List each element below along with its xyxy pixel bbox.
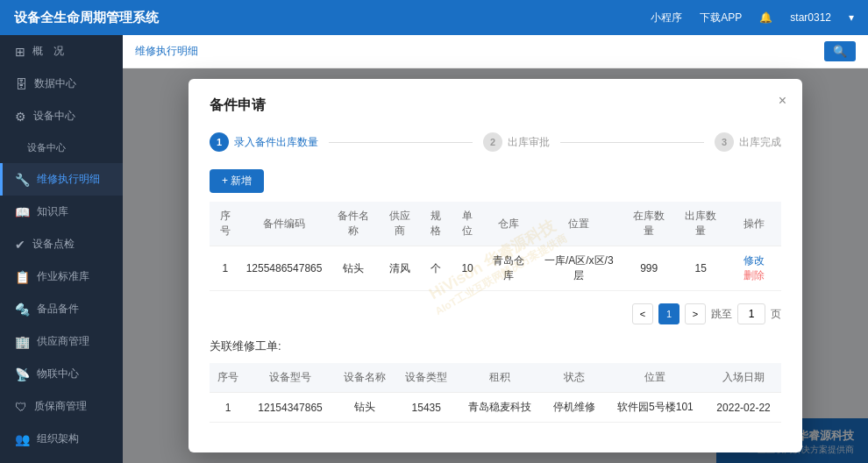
supplier-icon: 🏢 (15, 335, 30, 349)
cell-code: 1255486547865 (241, 246, 328, 291)
cell-supplier: 清风 (379, 246, 420, 291)
topbar: 维修执行明细 🔍 (123, 35, 868, 68)
rcol-devname: 设备名称 (334, 363, 395, 393)
sidebar-label-equipment: 设备中心 (33, 109, 75, 124)
sidebar-item-settings[interactable]: ⚙ 系统设置 (0, 455, 123, 463)
sidebar-label-warranty: 质保商管理 (34, 399, 87, 414)
cell-seq: 1 (210, 246, 241, 291)
col-supplier: 供应商 (379, 202, 420, 246)
warranty-icon: 🛡 (15, 400, 27, 414)
delete-button[interactable]: 删除 (743, 268, 765, 283)
related-table: 序号 设备型号 设备名称 设备类型 租积 状态 位置 入场日期 (210, 363, 781, 423)
cell-unit: 10 (452, 246, 483, 291)
step-line-2-3 (560, 142, 704, 143)
sidebar-item-equip-sub[interactable]: 设备中心 (0, 132, 123, 163)
sidebar-label-iot: 物联中心 (37, 367, 79, 381)
main-content: 维修执行明细 🔍 HiVison 华睿源科技 AIoT工业互联网解决方案提供商 … (123, 35, 868, 463)
page-go-label: 跳至 (711, 307, 732, 322)
step-line-1-2 (329, 142, 473, 143)
sidebar-item-spares[interactable]: 🔩 备品备件 (0, 293, 123, 325)
bell-icon[interactable]: 🔔 (759, 11, 772, 24)
step-1: 1 录入备件出库数量 (210, 132, 318, 152)
cell-location: 一库/A区/x区/3层 (535, 246, 623, 291)
sidebar-item-warranty[interactable]: 🛡 质保商管理 (0, 390, 123, 423)
rcell-model: 12154347865 (246, 393, 334, 423)
col-out-qty: 出库数量 (675, 202, 727, 246)
rcell-status: 停机维修 (544, 393, 605, 423)
rcol-status: 状态 (544, 363, 605, 393)
col-actions: 操作 (727, 202, 781, 246)
sidebar-item-datacenter[interactable]: 🗄 数据中心 (0, 68, 123, 100)
sidebar-item-inspection[interactable]: ✔ 设备点检 (0, 228, 123, 260)
rcol-location: 位置 (605, 363, 706, 393)
rcol-model: 设备型号 (246, 363, 334, 393)
cell-spec: 个 (421, 246, 452, 291)
step-circle-2: 2 (483, 132, 502, 152)
header-right: 小程序 下载APP 🔔 star0312 ▾ (651, 11, 854, 25)
app-title: 设备全生命周期管理系统 (14, 10, 159, 26)
user-name[interactable]: star0312 (790, 11, 831, 24)
sidebar-item-overview[interactable]: ⊞ 概 况 (0, 35, 123, 68)
sidebar-item-equipment[interactable]: ⚙ 设备中心 (0, 100, 123, 132)
cell-stock: 999 (623, 246, 675, 291)
col-unit: 单位 (452, 202, 483, 246)
step-3: 3 出库完成 (715, 132, 781, 152)
steps-container: 1 录入备件出库数量 2 出库审批 (210, 132, 781, 152)
sidebar-label-equip-sub: 设备中心 (27, 141, 66, 154)
inspection-icon: ✔ (15, 238, 25, 252)
table-row: 1 1255486547865 钻头 清风 个 10 青岛仓库 一库/A区/x区… (210, 246, 781, 291)
step-label-2: 出库审批 (508, 135, 550, 150)
modal-overlay: HiVison 华睿源科技 AIoT工业互联网解决方案提供商 备件申请 × 1 … (123, 68, 868, 463)
page-1-button[interactable]: 1 (658, 303, 679, 324)
layout: ⊞ 概 况 🗄 数据中心 ⚙ 设备中心 设备中心 🔧 维修执行明细 📖 知识库 … (0, 35, 868, 463)
edit-button[interactable]: 修改 (743, 253, 765, 268)
col-location: 位置 (535, 202, 623, 246)
download-app-link[interactable]: 下载APP (700, 11, 742, 25)
rcol-date: 入场日期 (706, 363, 781, 393)
col-spec: 规格 (421, 202, 452, 246)
col-warehouse: 仓库 (483, 202, 535, 246)
sidebar-item-iot[interactable]: 📡 物联中心 (0, 358, 123, 390)
add-item-button[interactable]: + 新增 (210, 169, 264, 193)
col-name: 备件名称 (327, 202, 379, 246)
sidebar-label-overview: 概 况 (32, 44, 64, 59)
sidebar-item-standards[interactable]: 📋 作业标准库 (0, 260, 123, 293)
step-2: 2 出库审批 (483, 132, 550, 152)
page-unit-label: 页 (771, 307, 781, 322)
cell-name: 钻头 (327, 246, 379, 291)
sidebar-label-datacenter: 数据中心 (34, 76, 76, 91)
rcell-rental: 青岛稳麦科技 (457, 393, 543, 423)
sidebar-label-spares: 备品备件 (37, 302, 79, 317)
col-stock: 在库数量 (623, 202, 675, 246)
sidebar-label-inspection: 设备点检 (32, 237, 75, 252)
page-jump-input[interactable] (737, 303, 765, 324)
sidebar-label-org: 组织架构 (37, 431, 79, 446)
datacenter-icon: 🗄 (15, 77, 27, 91)
related-section-label: 关联维修工单: (210, 338, 781, 354)
standards-icon: 📋 (15, 270, 30, 284)
next-page-button[interactable]: > (685, 303, 706, 324)
search-button[interactable]: 🔍 (824, 41, 856, 61)
modal-close-button[interactable]: × (779, 93, 786, 109)
sidebar-item-org[interactable]: 👥 组织架构 (0, 423, 123, 455)
rcell-location: 软件园5号楼101 (605, 393, 706, 423)
step-circle-1: 1 (210, 132, 229, 152)
pagination: < 1 > 跳至 页 (210, 303, 781, 324)
overview-icon: ⊞ (15, 45, 25, 59)
rcell-date: 2022-02-22 (706, 393, 781, 423)
col-seq: 序号 (210, 202, 241, 246)
sidebar-item-supplier[interactable]: 🏢 供应商管理 (0, 325, 123, 358)
prev-page-button[interactable]: < (632, 303, 653, 324)
cell-warehouse: 青岛仓库 (483, 246, 535, 291)
sidebar-item-knowledge[interactable]: 📖 知识库 (0, 196, 123, 228)
sidebar-label-knowledge: 知识库 (37, 204, 68, 219)
user-dropdown-icon[interactable]: ▾ (849, 11, 854, 24)
cell-out-qty: 15 (675, 246, 727, 291)
rcol-seq: 序号 (210, 363, 246, 393)
sidebar-item-repair[interactable]: 🔧 维修执行明细 (0, 163, 123, 196)
sidebar-label-repair: 维修执行明细 (37, 172, 100, 187)
sidebar-label-supplier: 供应商管理 (37, 334, 89, 349)
step-label-1: 录入备件出库数量 (234, 135, 318, 150)
mini-program-link[interactable]: 小程序 (651, 11, 682, 25)
modal-title: 备件申请 (210, 96, 781, 115)
